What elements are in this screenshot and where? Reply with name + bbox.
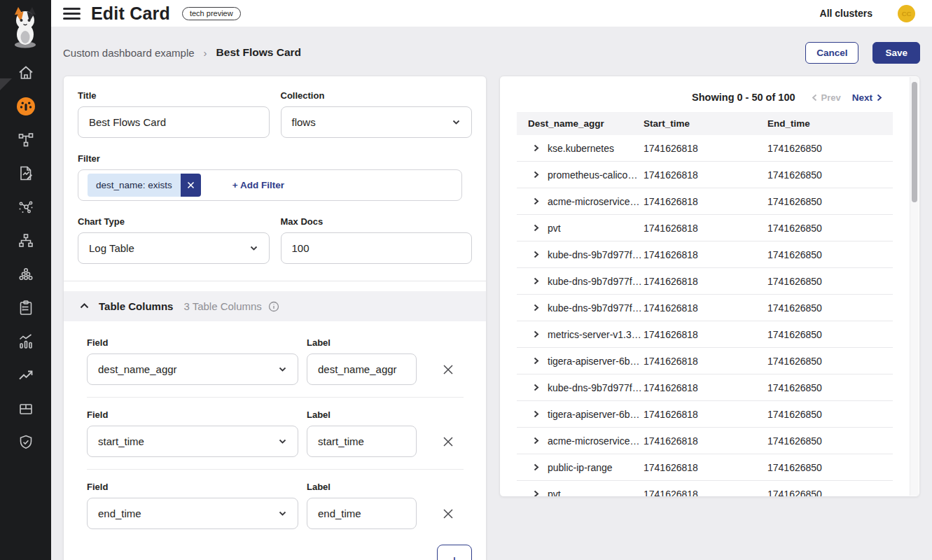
row-start-time: 1741626818 (644, 169, 767, 181)
network-icon[interactable] (0, 190, 51, 224)
expand-row-icon[interactable] (532, 410, 540, 418)
breadcrumb-parent[interactable]: Custom dashboard example (63, 47, 195, 59)
shield-check-icon[interactable] (0, 426, 51, 459)
trend-icon[interactable] (0, 358, 51, 392)
label-input[interactable] (307, 498, 417, 529)
label-input[interactable] (307, 426, 417, 457)
label-label: Label (307, 482, 417, 492)
breadcrumb-separator-icon: › (204, 47, 207, 59)
prev-page-button[interactable]: Prev (808, 92, 841, 103)
table-row: public-ip-range 1741626818 1741626850 (517, 454, 893, 481)
table-row: pvt 1741626818 1741626850 (517, 215, 893, 241)
field-select[interactable]: dest_name_aggr (87, 354, 298, 385)
calico-cat-logo[interactable] (7, 5, 43, 52)
remove-filter-icon[interactable] (181, 174, 201, 197)
row-start-time: 1741626818 (644, 249, 767, 260)
add-column-button[interactable]: + (437, 545, 472, 560)
preview-table-body: kse.kubernetes 1741626818 1741626850 pro… (517, 135, 893, 497)
chart-type-select[interactable]: Log Table (78, 232, 270, 264)
hierarchy-icon[interactable] (0, 224, 51, 258)
scrollbar-thumb[interactable] (912, 82, 917, 202)
table-row: prometheus-calico… 1741626818 1741626850 (517, 162, 893, 188)
filter-chip-text: dest_name: exists (88, 174, 181, 197)
cancel-button[interactable]: Cancel (805, 42, 858, 64)
expand-row-icon[interactable] (532, 490, 540, 497)
expand-row-icon[interactable] (532, 224, 540, 232)
preview-table: Dest_name_aggr Start_time End_time kse.k… (517, 112, 893, 497)
row-start-time: 1741626818 (644, 356, 767, 367)
row-end-time: 1741626850 (767, 435, 893, 447)
title-input[interactable] (78, 106, 270, 138)
add-filter-link[interactable]: + Add Filter (232, 180, 284, 190)
row-start-time: 1741626818 (644, 462, 767, 473)
chevron-up-icon (79, 301, 90, 312)
expand-row-icon[interactable] (532, 197, 540, 205)
field-select[interactable]: start_time (87, 426, 298, 457)
expand-row-icon[interactable] (532, 384, 540, 391)
chart-type-label: Chart Type (78, 216, 270, 227)
max-docs-input[interactable] (281, 232, 473, 264)
label-input[interactable] (307, 354, 417, 385)
table-columns-section-header[interactable]: Table Columns 3 Table Columns (64, 291, 486, 321)
next-page-button[interactable]: Next (852, 92, 886, 103)
expand-row-icon[interactable] (532, 437, 540, 444)
info-icon[interactable] (268, 301, 279, 312)
chevron-down-icon (278, 509, 287, 518)
row-end-time: 1741626850 (767, 276, 893, 287)
cluster-icon[interactable] (0, 258, 51, 291)
table-row: kse.kubernetes 1741626818 1741626850 (517, 135, 893, 162)
page-title: Edit Card (91, 4, 170, 24)
title-label: Title (78, 90, 270, 101)
remove-column-icon[interactable] (442, 354, 472, 385)
table-row: kube-dns-9b7d977f… 1741626818 1741626850 (517, 295, 893, 321)
bar-chart-icon[interactable] (0, 325, 51, 358)
clipboard-icon[interactable] (0, 291, 51, 325)
box-icon[interactable] (0, 392, 51, 426)
topbar: Edit Card tech preview All clusters CC (51, 0, 932, 27)
hamburger-menu-icon[interactable] (63, 5, 81, 22)
graph-nodes-icon[interactable] (0, 123, 51, 157)
avatar[interactable]: CC (898, 5, 915, 22)
breadcrumb-current: Best Flows Card (216, 46, 301, 59)
label-label: Label (307, 410, 417, 420)
document-edit-icon[interactable] (0, 157, 51, 190)
row-start-time: 1741626818 (644, 276, 767, 287)
row-end-time: 1741626850 (767, 143, 893, 154)
scrollbar[interactable] (910, 77, 919, 496)
expand-row-icon[interactable] (532, 171, 540, 178)
chevron-right-icon (875, 94, 883, 102)
row-end-time: 1741626850 (767, 169, 893, 181)
table-row: kube-dns-9b7d977f… 1741626818 1741626850 (517, 241, 893, 268)
column-header: End_time (767, 118, 893, 129)
remove-column-icon[interactable] (442, 498, 472, 529)
expand-row-icon[interactable] (532, 277, 540, 285)
field-row: Field end_time Label (87, 482, 472, 529)
row-start-time: 1741626818 (644, 302, 767, 314)
expand-row-icon[interactable] (532, 251, 540, 258)
expand-row-icon[interactable] (532, 357, 540, 365)
table-row: acme-microservice… 1741626818 1741626850 (517, 188, 893, 215)
filter-chip: dest_name: exists (88, 174, 201, 197)
collection-select[interactable]: flows (281, 106, 473, 138)
chevron-down-icon (278, 365, 287, 374)
filter-box[interactable]: dest_name: exists + Add Filter (78, 169, 462, 201)
field-select[interactable]: end_time (87, 498, 298, 529)
row-end-time: 1741626850 (767, 382, 893, 393)
row-name: kube-dns-9b7d977f… (548, 382, 642, 393)
tech-preview-badge: tech preview (182, 7, 241, 20)
save-button[interactable]: Save (872, 42, 920, 64)
expand-row-icon[interactable] (532, 330, 540, 338)
expand-row-icon[interactable] (532, 144, 540, 152)
row-name: prometheus-calico… (548, 169, 637, 181)
row-end-time: 1741626850 (767, 409, 893, 420)
sidebar (0, 0, 51, 560)
home-icon[interactable] (0, 56, 51, 90)
row-name: tigera-apiserver-6b… (548, 356, 640, 367)
gauge-icon-active[interactable] (0, 90, 51, 123)
row-start-time: 1741626818 (644, 196, 767, 207)
row-name: kube-dns-9b7d977f… (548, 276, 642, 287)
remove-column-icon[interactable] (442, 426, 472, 457)
expand-row-icon[interactable] (532, 463, 540, 471)
cluster-selector[interactable]: All clusters (820, 8, 872, 19)
expand-row-icon[interactable] (532, 304, 540, 312)
